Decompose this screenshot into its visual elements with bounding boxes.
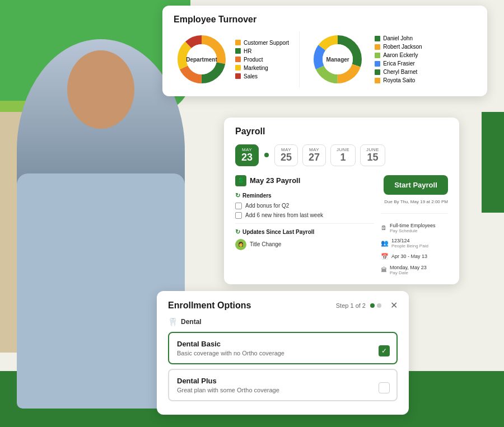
legend-item-rs: Royota Saito [375, 77, 422, 83]
hr-label: HR [244, 48, 251, 54]
date-jun15[interactable]: JUNE 15 [360, 144, 385, 166]
ae-dot [375, 53, 380, 58]
paydate-icon: 🏛 [381, 266, 387, 273]
paydate-sub: Pay Date [390, 270, 427, 275]
dj-label: Daniel John [383, 35, 413, 41]
update-row: 👩 Title Change [235, 239, 374, 250]
payroll-date-title: May 23 Payroll [250, 176, 300, 185]
date-strip: MAY 23 MAY 25 MAY 27 JUNE 1 JUNE 15 [235, 144, 448, 166]
payroll-title-heading: Payroll [235, 126, 448, 137]
bg-green-right [482, 112, 504, 213]
marketing-label: Marketing [244, 65, 268, 71]
enrollment-controls: Step 1 of 2 ✕ [336, 300, 398, 311]
info-row-people: 👥 123/124 People Being Paid [381, 238, 448, 248]
fulltime-sub: Pay Schedule [390, 228, 436, 233]
dental-basic-check: ✓ [379, 345, 390, 356]
legend-item-ef: Erica Frasier [375, 60, 422, 67]
close-button[interactable]: ✕ [390, 300, 398, 311]
people-icon: 👥 [381, 240, 389, 247]
hr-dot [235, 48, 241, 54]
person-head [67, 50, 134, 129]
legend-item-hr: HR [235, 48, 289, 54]
dental-basic-desc: Basic coverage with no Ortho coverage [177, 350, 389, 356]
dept-donut-wrap: Department [174, 31, 230, 87]
payroll-right: Start Payroll Due By Thu, May 19 at 2:00… [381, 175, 448, 275]
update-avatar: 👩 [235, 239, 246, 250]
step-dots [370, 303, 381, 308]
dental-basic-card[interactable]: Dental Basic Basic coverage with no Orth… [168, 332, 398, 364]
rs-dot [375, 78, 380, 83]
dental-plus-desc: Great plan with some Ortho coverage [177, 387, 389, 393]
rj-label: Robert Jackson [383, 44, 422, 50]
legend-item-sales: Sales [235, 73, 289, 79]
payroll-left: 💲 May 23 Payroll ↻ Reminders Add bonus f… [235, 175, 374, 275]
people-info: 123/124 People Being Paid [391, 238, 428, 248]
dates-icon: 📅 [381, 253, 389, 260]
marketing-dot [235, 65, 241, 71]
sales-label: Sales [244, 73, 258, 79]
fulltime-icon: 🗓 [381, 224, 387, 231]
cs-dot [235, 40, 241, 45]
step-text: Step 1 of 2 [336, 302, 366, 309]
reminder-2-text: Add 6 new hires from last week [245, 212, 323, 218]
payroll-body: 💲 May 23 Payroll ↻ Reminders Add bonus f… [235, 175, 448, 275]
dj-dot [375, 36, 380, 41]
date-may23[interactable]: MAY 23 [235, 144, 259, 166]
rj-dot [375, 44, 380, 50]
dates-range: Apr 30 - May 13 [391, 254, 427, 259]
dental-label: Dental [181, 318, 202, 326]
update-text: Title Change [250, 241, 281, 247]
date-may27[interactable]: MAY 27 [302, 144, 326, 166]
payroll-card: Payroll MAY 23 MAY 25 MAY 27 JUNE 1 JUNE… [224, 118, 459, 284]
dental-section-title: 🦷 Dental [168, 317, 398, 326]
day-may27: 27 [309, 152, 320, 163]
reminder-2-row[interactable]: Add 6 new hires from last week [235, 212, 374, 219]
date-dot [264, 153, 269, 157]
mgr-donut-wrap: Manager [310, 31, 366, 87]
step-dot-1 [370, 303, 375, 308]
legend-item-rj: Robert Jackson [375, 44, 422, 50]
payroll-right-divider [381, 213, 448, 214]
reminder-1-checkbox[interactable] [235, 203, 242, 209]
reminder-2-checkbox[interactable] [235, 212, 242, 219]
day-may25: 25 [281, 152, 292, 163]
updates-label: ↻ Updates Since Last Payroll [235, 228, 374, 236]
mgr-donut-container: Manager [310, 31, 366, 87]
fulltime-info: Full-time Employees Pay Schedule [390, 223, 436, 233]
product-dot [235, 57, 241, 62]
turnover-card: Employee Turnover Department [162, 6, 487, 96]
dept-label: Department [186, 57, 217, 63]
dept-donut-container: Department [174, 31, 230, 87]
legend-item-cs: Customer Support [235, 40, 289, 46]
info-row-fulltime: 🗓 Full-time Employees Pay Schedule [381, 223, 448, 233]
ef-label: Erica Frasier [383, 60, 415, 67]
info-row-dates: 📅 Apr 30 - May 13 [381, 253, 448, 260]
dental-plus-card[interactable]: Dental Plus Great plan with some Ortho c… [168, 369, 398, 401]
paydate-info: Monday, May 23 Pay Date [390, 265, 427, 275]
cb-label: Cheryl Barnet [383, 69, 417, 75]
tooth-icon: 🦷 [168, 317, 178, 326]
date-jun1[interactable]: JUNE 1 [330, 144, 356, 166]
turnover-divider [299, 31, 300, 87]
legend-item-cb: Cheryl Barnet [375, 69, 422, 75]
fulltime-label: Full-time Employees [390, 223, 436, 228]
enrollment-title: Enrollment Options [168, 301, 251, 311]
date-may25[interactable]: MAY 25 [274, 144, 298, 166]
legend-item-ae: Aaron Eckerly [375, 52, 422, 58]
legend-item-product: Product [235, 57, 289, 63]
product-label: Product [244, 57, 263, 63]
dental-plus-name: Dental Plus [177, 377, 389, 385]
dental-basic-name: Dental Basic [177, 340, 389, 348]
reminder-1-row[interactable]: Add bonus for Q2 [235, 203, 374, 209]
reminder-1-text: Add bonus for Q2 [245, 203, 289, 209]
day-jun1: 1 [340, 152, 346, 163]
start-payroll-button[interactable]: Start Payroll [384, 175, 448, 195]
rs-label: Royota Saito [383, 77, 415, 83]
enrollment-header: Enrollment Options Step 1 of 2 ✕ [168, 300, 398, 311]
cs-label: Customer Support [244, 40, 289, 46]
enrollment-card: Enrollment Options Step 1 of 2 ✕ 🦷 Denta… [157, 291, 409, 415]
ae-label: Aaron Eckerly [383, 52, 418, 58]
mgr-label: Manager [326, 57, 349, 63]
day-may23: 23 [241, 152, 253, 163]
payroll-section-title: 💲 May 23 Payroll [235, 175, 374, 186]
